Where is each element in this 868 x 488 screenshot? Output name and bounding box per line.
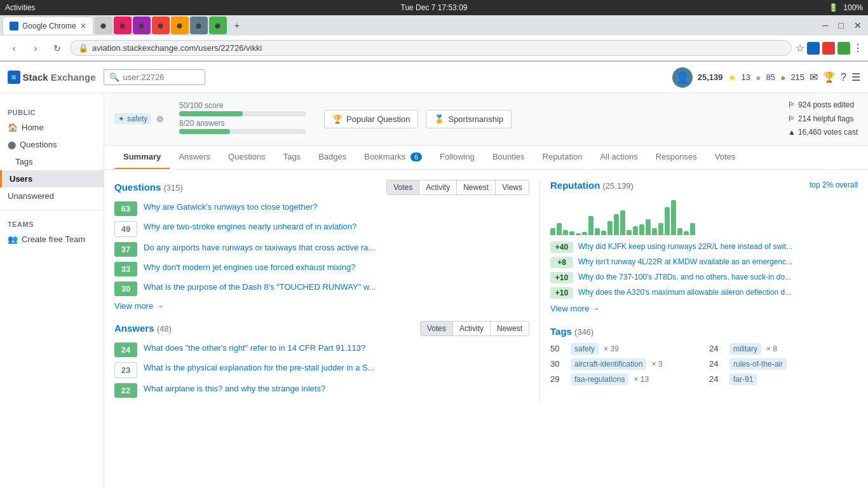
tab-votes[interactable]: Votes [706,146,745,169]
sidebar-item-home[interactable]: 🏠 Home [0,119,104,136]
view-tab-activity[interactable]: Activity [419,180,457,194]
badge-buttons: 🏆 Popular Question 🏅 Sportsmanship [324,110,512,128]
minimize-button[interactable]: ─ [818,20,832,30]
tag-count-2: 30 [550,359,566,369]
active-browser-tab[interactable]: Google Chrome ✕ [3,17,93,34]
tab-responses[interactable]: Responses [647,146,706,169]
sidebar-item-unanswered[interactable]: Unanswered [0,187,104,205]
maximize-button[interactable]: □ [835,20,848,30]
hamburger-icon[interactable]: ☰ [851,71,860,83]
tab-all-actions[interactable]: All actions [591,146,646,169]
tab-other-4[interactable]: ⬤ [152,17,170,34]
rep-link-1[interactable]: Why isn't runway 4L/22R at KMDW availabl… [578,257,858,268]
browser-actions: ☆ ⋮ [796,42,863,55]
sidebar-item-users[interactable]: Users [0,170,104,187]
tab-close-button[interactable]: ✕ [80,22,86,30]
a-view-tab-newest[interactable]: Newest [491,322,529,336]
tab-new[interactable]: + [228,17,246,34]
lock-icon: 🔒 [78,43,88,53]
a-link-2[interactable]: What airplane is this? and why the stran… [144,383,529,395]
q-link-0[interactable]: Why are Gatwick's runways too close toge… [144,201,529,213]
a-view-tab-activity[interactable]: Activity [453,322,491,336]
questions-link[interactable]: Questions [114,182,164,193]
tab-bookmarks[interactable]: Bookmarks 6 [355,146,431,169]
back-button[interactable]: ‹ [5,39,23,57]
tab-other-3[interactable]: ⬤ [133,17,151,34]
tag-name-0[interactable]: safety [571,343,599,355]
tag-name-4[interactable]: faa-regulations [571,374,628,385]
close-window-button[interactable]: ✕ [850,20,865,30]
popular-question-badge[interactable]: 🏆 Popular Question [324,110,418,128]
se-search-box[interactable]: 🔍 [104,69,205,85]
tab-other-5[interactable]: ⬤ [171,17,189,34]
tab-answers[interactable]: Answers [170,146,219,169]
ext-icon-3[interactable] [837,42,850,55]
os-bar-right: 🔋 100% [829,3,863,12]
rep-link-2[interactable]: Why do the 737-100's JT8Ds, and no other… [578,272,858,283]
tab-bounties[interactable]: Bounties [484,146,534,169]
url-box[interactable]: 🔒 aviation.stackexchange.com/users/22726… [70,40,792,56]
a-link-0[interactable]: What does "the other's right" refer to i… [144,342,529,354]
tab-other-2[interactable]: ⬤ [114,17,132,34]
q-link-4[interactable]: What is the purpose of the Dash 8's "TOU… [144,281,529,293]
tag-row-1: 24 military × 8 [709,343,858,355]
tags-link[interactable]: Tags [550,326,574,337]
sidebar-item-create-team[interactable]: 👥 Create free Team [0,231,104,248]
view-tab-newest[interactable]: Newest [457,180,496,194]
tab-other-7[interactable]: ⬤ [209,17,227,34]
sportsmanship-badge[interactable]: 🏅 Sportsmanship [426,110,512,128]
refresh-button[interactable]: ↻ [48,39,66,57]
tab-reputation[interactable]: Reputation [534,146,592,169]
help-icon[interactable]: ? [841,72,846,83]
rep-link[interactable]: Reputation [550,180,603,191]
users-label: Users [10,174,32,184]
rep-chart-bar [588,216,593,235]
rep-row-2: +10 Why do the 737-100's JT8Ds, and no o… [550,272,858,283]
view-tab-votes[interactable]: Votes [387,180,419,194]
inbox-icon[interactable]: ✉ [810,71,818,83]
avatar[interactable]: 👤 [672,67,693,88]
tag-name-1[interactable]: military [729,343,761,355]
star-icon[interactable]: ☆ [796,42,804,54]
menu-button[interactable]: ⋮ [853,42,863,54]
tag-icon: ✦ [118,114,125,123]
sidebar-item-questions[interactable]: ⬤ Questions [0,136,104,153]
tag-name-5[interactable]: far-91 [729,374,757,385]
view-tab-views[interactable]: Views [496,180,529,194]
settings-icon[interactable]: ⚙ [156,114,164,124]
tab-summary[interactable]: Summary [114,146,170,169]
questions-view-more[interactable]: View more → [114,301,529,311]
ext-icon-2[interactable] [822,42,835,55]
tag-name-3[interactable]: rules-of-the-air [729,358,787,370]
unanswered-label: Unanswered [8,191,54,201]
silver-badge-icon: ● [756,72,761,83]
tab-badges[interactable]: Badges [309,146,355,169]
tab-other-6[interactable]: ⬤ [190,17,208,34]
content-left: Questions (315) Votes Activity Newest Vi… [114,180,540,403]
a-link-1[interactable]: What is the physical explanation for the… [144,362,529,374]
tab-questions[interactable]: Questions [219,146,275,169]
search-input[interactable] [123,72,200,82]
tag-name-2[interactable]: aircraft-identification [571,358,646,370]
safety-tag-badge[interactable]: ✦ safety [114,113,151,125]
q-link-2[interactable]: Do any airports have runways or taxiways… [144,242,529,254]
answers-list: 24 What does "the other's right" refer t… [114,342,529,398]
rep-link-0[interactable]: Why did KJFK keep using runways 22R/L he… [578,241,858,252]
trophy-icon[interactable]: 🏆 [823,71,836,83]
forward-button[interactable]: › [27,39,44,57]
q-link-3[interactable]: Why don't modern jet engines use forced … [144,262,529,273]
tab-other-1[interactable]: ⬤ [95,17,112,34]
tags-label: Tags [15,157,32,166]
q-link-1[interactable]: Why are two-stroke engines nearly unhear… [144,221,529,233]
sidebar: PUBLIC 🏠 Home ⬤ Questions Tags Users Una… [0,93,104,488]
ext-icon-1[interactable] [807,42,820,55]
rep-link-3[interactable]: Why does the A320's maximum allowable ai… [578,287,858,298]
answers-link[interactable]: Answers [114,323,157,334]
se-logo[interactable]: ≡ Stack Exchange [8,71,96,84]
tab-following[interactable]: Following [431,146,484,169]
tab-tags[interactable]: Tags [275,146,309,169]
a-view-tab-votes[interactable]: Votes [421,322,453,336]
bookmarks-count: 6 [410,152,422,161]
sidebar-item-tags[interactable]: Tags [0,153,104,170]
rep-view-more[interactable]: View more → [550,304,858,313]
